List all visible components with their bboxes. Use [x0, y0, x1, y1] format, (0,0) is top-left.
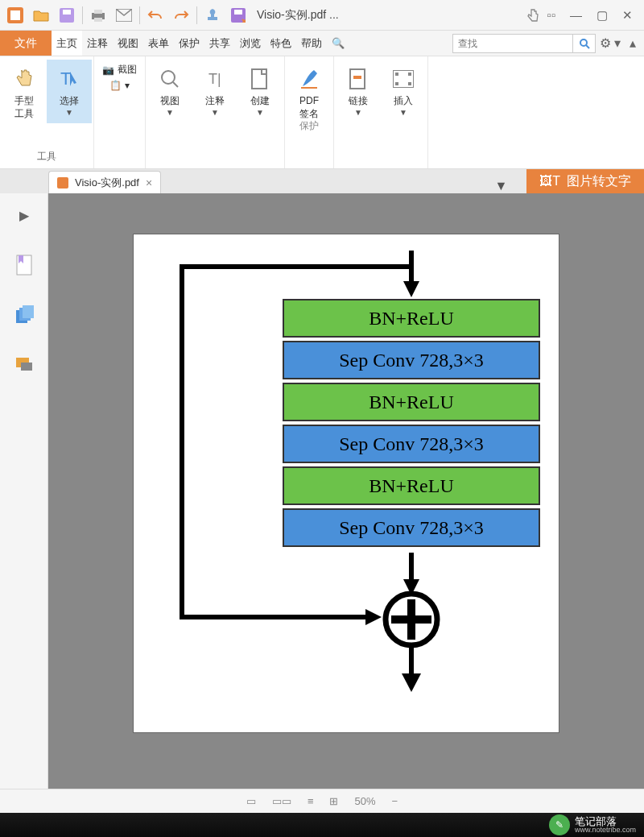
close-tab-icon[interactable]: × — [146, 176, 152, 189]
film-icon — [387, 63, 419, 95]
insert-button[interactable]: 插入 ▼ — [381, 60, 426, 120]
file-tab[interactable]: 文件 — [0, 31, 52, 56]
svg-rect-1 — [10, 10, 20, 20]
tab-protect[interactable]: 保护 — [174, 31, 204, 56]
tab-form[interactable]: 表单 — [143, 31, 174, 56]
settings-icon[interactable]: ⚙ ▾ — [599, 31, 621, 56]
svg-rect-16 — [353, 76, 361, 79]
titlebar: Visio-实例.pdf ... ▫▫ — ▢ ✕ — [0, 0, 644, 31]
svg-rect-20 — [395, 82, 398, 85]
pdf-page: BN+ReLU Sep Conv 728,3×3 BN+ReLU Sep Con… — [133, 234, 559, 733]
text-select-icon: T — [53, 63, 85, 95]
email-icon[interactable] — [112, 3, 136, 27]
signature-icon — [293, 63, 325, 95]
tab-home[interactable]: 主页 — [52, 31, 82, 56]
undo-icon[interactable] — [143, 3, 167, 27]
document-tab-label: Visio-实例.pdf — [75, 176, 139, 190]
layout-icon[interactable]: ▫▫ — [547, 8, 555, 23]
view-mode-1-icon[interactable]: ▭ — [246, 795, 256, 807]
stamp-icon[interactable] — [200, 3, 225, 27]
zoom-out-icon[interactable]: − — [392, 795, 398, 807]
pages-panel-icon[interactable] — [12, 303, 36, 327]
tab-browse[interactable]: 浏览 — [235, 31, 266, 56]
menu-tabs: 文件 主页 注释 视图 表单 保护 共享 浏览 特色 帮助 🔍 ⚙ ▾ ▴ — [0, 31, 644, 56]
watermark: ✎ 笔记部落 www.notetribe.com — [549, 814, 636, 835]
view-button[interactable]: 视图 ▼ — [147, 60, 192, 120]
hand-tool-button[interactable]: 手型 工具 — [2, 60, 47, 123]
save-as-icon[interactable] — [226, 3, 250, 27]
document-tab[interactable]: Visio-实例.pdf × — [48, 171, 161, 193]
tab-feature[interactable]: 特色 — [266, 31, 296, 56]
app-icon — [3, 3, 27, 27]
side-panel: ▶ — [0, 193, 48, 805]
tab-help[interactable]: 帮助 — [296, 31, 327, 56]
window-title: Visio-实例.pdf ... — [252, 8, 519, 23]
svg-point-12 — [162, 71, 175, 84]
diagram-block-sepconv-2: Sep Conv 728,3×3 — [283, 425, 540, 463]
watermark-icon: ✎ — [549, 814, 570, 835]
diagram-block-bn-relu-2: BN+ReLU — [283, 383, 540, 421]
document-tabs: Visio-实例.pdf × ▼ 🖼T 图片转文字 — [0, 169, 644, 193]
svg-rect-6 — [94, 18, 102, 22]
pdf-file-icon — [57, 177, 68, 189]
view-mode-2-icon[interactable]: ▭▭ — [272, 795, 291, 807]
search-button[interactable] — [573, 34, 596, 53]
open-icon[interactable] — [29, 3, 53, 27]
page-icon — [244, 63, 276, 95]
comments-panel-icon[interactable] — [12, 353, 36, 377]
canvas[interactable]: BN+ReLU Sep Conv 728,3×3 BN+ReLU Sep Con… — [48, 193, 644, 805]
view-mode-4-icon[interactable]: ⊞ — [329, 795, 338, 807]
collapse-ribbon-icon[interactable]: ▴ — [621, 31, 644, 56]
select-tool-button[interactable]: T 选择 ▼ — [47, 60, 92, 123]
close-icon[interactable]: ✕ — [622, 8, 633, 23]
create-button[interactable]: 创建 ▼ — [237, 60, 283, 120]
tab-share[interactable]: 共享 — [204, 31, 235, 56]
tab-view[interactable]: 视图 — [113, 31, 143, 56]
tab-dropdown[interactable]: ▼ — [478, 179, 523, 193]
clipboard-button[interactable]: 📋▾ — [106, 78, 133, 93]
maximize-icon[interactable]: ▢ — [597, 8, 608, 23]
clipboard-icon: 📋 — [109, 80, 122, 91]
svg-text:T|: T| — [208, 71, 221, 87]
find-icon[interactable]: 🔍 — [327, 31, 349, 56]
svg-rect-25 — [23, 305, 34, 318]
camera-icon: 📷 — [102, 64, 114, 76]
view-mode-3-icon[interactable]: ≡ — [308, 795, 314, 807]
taskbar: ✎ 笔记部落 www.notetribe.com — [0, 813, 644, 837]
link-icon — [342, 63, 374, 95]
redo-icon[interactable] — [169, 3, 193, 27]
print-icon[interactable] — [86, 3, 110, 27]
tools-group-label: 工具 — [37, 150, 56, 165]
svg-rect-18 — [395, 73, 398, 76]
bookmark-panel-icon[interactable] — [12, 253, 36, 277]
svg-rect-30 — [391, 615, 431, 624]
chevron-down-icon: ▼ — [65, 108, 73, 117]
touch-mode-icon[interactable] — [521, 3, 545, 27]
diagram-block-sepconv-1: Sep Conv 728,3×3 — [283, 341, 540, 379]
zoom-level: 50% — [354, 795, 375, 807]
magnify-icon — [154, 63, 186, 95]
annotate-button[interactable]: T| 注释 ▼ — [192, 60, 237, 120]
svg-rect-3 — [63, 10, 71, 15]
svg-rect-9 — [234, 10, 242, 15]
capture-group: 📷截图 📋▾ — [94, 56, 146, 168]
link-button[interactable]: 链接 ▼ — [336, 60, 381, 120]
ribbon: 手型 工具 T 选择 ▼ 工具 📷截图 📋▾ 视图 ▼ T| 注释 ▼ — [0, 56, 644, 169]
ocr-icon: 🖼T — [539, 174, 560, 189]
status-bar: ▭ ▭▭ ≡ ⊞ 50% − — [0, 789, 644, 813]
screenshot-button[interactable]: 📷截图 — [99, 61, 140, 78]
svg-point-10 — [580, 39, 587, 46]
svg-rect-14 — [252, 69, 266, 89]
minimize-icon[interactable]: — — [570, 8, 582, 23]
expand-panel-icon[interactable]: ▶ — [12, 203, 36, 227]
workspace: ▶ BN+ReLU Sep — [0, 193, 644, 805]
tab-annotate[interactable]: 注释 — [82, 31, 113, 56]
diagram-block-bn-relu-3: BN+ReLU — [283, 466, 540, 505]
pdf-sign-button[interactable]: PDF 签名 保护 — [287, 60, 332, 136]
svg-rect-5 — [94, 10, 102, 14]
ocr-button[interactable]: 🖼T 图片转文字 — [526, 169, 644, 193]
save-icon[interactable] — [55, 3, 79, 27]
search-input[interactable] — [452, 34, 573, 53]
text-tool-icon: T| — [199, 63, 231, 95]
svg-text:T: T — [60, 68, 71, 89]
